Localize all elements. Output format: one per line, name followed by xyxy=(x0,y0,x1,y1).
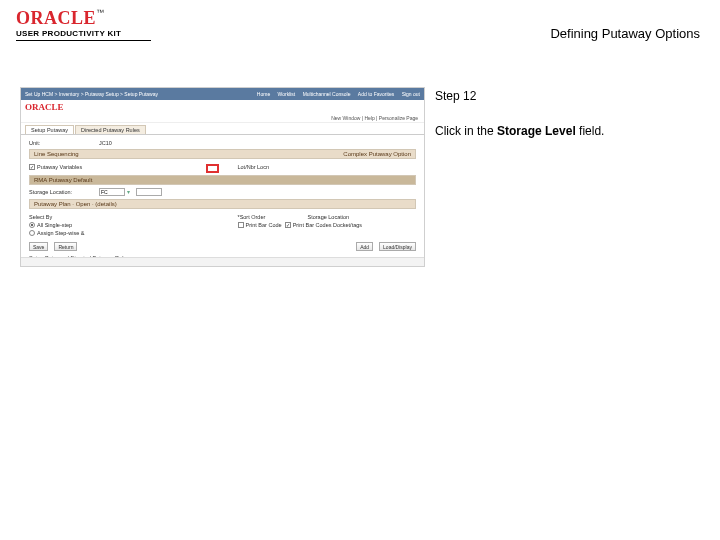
complex-option-value: Lot/Nbr Locn xyxy=(238,164,270,170)
brand-block: ORACLE™ USER PRODUCTIVITY KIT xyxy=(16,8,151,41)
linesq-cols: Putaway Variables Lot/Nbr Locn xyxy=(29,162,416,172)
unit-value: JC10 xyxy=(99,140,112,146)
app-subbar-links[interactable]: New Window | Help | Personalize Page xyxy=(331,115,418,121)
radio-assign-step: Assign Step-wise & xyxy=(37,230,84,236)
plan-cols: Select By All Single-step Assign Step-wi… xyxy=(29,212,416,238)
app-screenshot: Set Up HCM > Inventory > Putaway Setup >… xyxy=(20,87,425,267)
app-status-bar xyxy=(21,257,424,266)
radio-icon[interactable] xyxy=(29,230,35,236)
sort-order-value: Storage Location xyxy=(308,214,350,220)
load-display-button[interactable]: Load/Display xyxy=(379,242,416,251)
app-brand-row: ORACLE xyxy=(21,100,424,114)
storage-location-label: Storage Location: xyxy=(29,189,99,195)
radio-all-single: All Single-step xyxy=(37,222,72,228)
tab-directed-rules[interactable]: Directed Putaway Rules xyxy=(75,125,146,134)
storage-location-field-1[interactable] xyxy=(99,188,125,196)
section-line-sequencing: Line Sequencing Complex Putaway Option xyxy=(29,149,416,159)
instruction-pre: Click in the xyxy=(435,124,497,138)
screenshot-column: Set Up HCM > Inventory > Putaway Setup >… xyxy=(20,87,425,267)
section-rma-default: RMA Putaway Default xyxy=(29,175,416,185)
instruction-bold: Storage Level xyxy=(497,124,576,138)
putaway-variables-label: Putaway Variables xyxy=(37,164,82,170)
nav-favorites[interactable]: Add to Favorites xyxy=(358,91,394,97)
app-tabs: Setup Putaway Directed Putaway Rules xyxy=(21,123,424,135)
trademark-icon: ™ xyxy=(96,8,104,17)
brand-subline: USER PRODUCTIVITY KIT xyxy=(16,29,151,38)
check-icon[interactable] xyxy=(238,222,244,228)
main-layout: Set Up HCM > Inventory > Putaway Setup >… xyxy=(0,47,720,267)
storage-location-row: Storage Location: ▾ xyxy=(29,188,416,196)
tab-setup-putaway[interactable]: Setup Putaway xyxy=(25,125,74,134)
save-button[interactable]: Save xyxy=(29,242,48,251)
lookup-icon[interactable]: ▾ xyxy=(127,189,130,195)
section-complex-label: Complex Putaway Option xyxy=(343,151,411,157)
storage-level-field[interactable] xyxy=(136,188,162,196)
nav-signout[interactable]: Sign out xyxy=(402,91,420,97)
sort-order-label: *Sort Order xyxy=(238,214,308,220)
step-number: Step 12 xyxy=(435,87,715,106)
select-by-label: Select By xyxy=(29,214,99,220)
topbar-links: Home Worklist Multichannel Console Add t… xyxy=(251,91,420,97)
app-subbar: New Window | Help | Personalize Page xyxy=(21,114,424,123)
instruction-text: Click in the Storage Level field. xyxy=(435,122,715,141)
app-brand-word: ORACLE xyxy=(25,102,64,112)
section-line-sequencing-label: Line Sequencing xyxy=(34,151,79,157)
add-button[interactable]: Add xyxy=(356,242,373,251)
radio-icon[interactable] xyxy=(29,222,35,228)
section-putaway-plan: Putaway Plan · Open · (details) xyxy=(29,199,416,209)
print-docket-label: Print Bar Codes Docket/tags xyxy=(293,222,362,228)
app-body: Unit: JC10 Line Sequencing Complex Putaw… xyxy=(21,135,424,264)
unit-row: Unit: JC10 xyxy=(29,140,416,146)
page-header: ORACLE™ USER PRODUCTIVITY KIT Defining P… xyxy=(0,0,720,47)
brand-word: ORACLE xyxy=(16,8,96,28)
check-icon[interactable] xyxy=(285,222,291,228)
unit-label: Unit: xyxy=(29,140,99,146)
instruction-column: Step 12 Click in the Storage Level field… xyxy=(435,87,715,267)
nav-home[interactable]: Home xyxy=(257,91,270,97)
brand-underline xyxy=(16,40,151,41)
print-barcode-label: Print Bar Code xyxy=(246,222,282,228)
check-icon[interactable] xyxy=(29,164,35,170)
action-highlight-box xyxy=(206,164,219,173)
nav-worklist[interactable]: Worklist xyxy=(278,91,296,97)
nav-tools[interactable]: Multichannel Console xyxy=(303,91,351,97)
breadcrumb: Set Up HCM > Inventory > Putaway Setup >… xyxy=(25,91,158,97)
app-topbar: Set Up HCM > Inventory > Putaway Setup >… xyxy=(21,88,424,100)
button-row: Save Return Add Load/Display xyxy=(29,242,416,251)
page-title: Defining Putaway Options xyxy=(550,26,700,41)
instruction-post: field. xyxy=(576,124,605,138)
return-button[interactable]: Return xyxy=(54,242,77,251)
